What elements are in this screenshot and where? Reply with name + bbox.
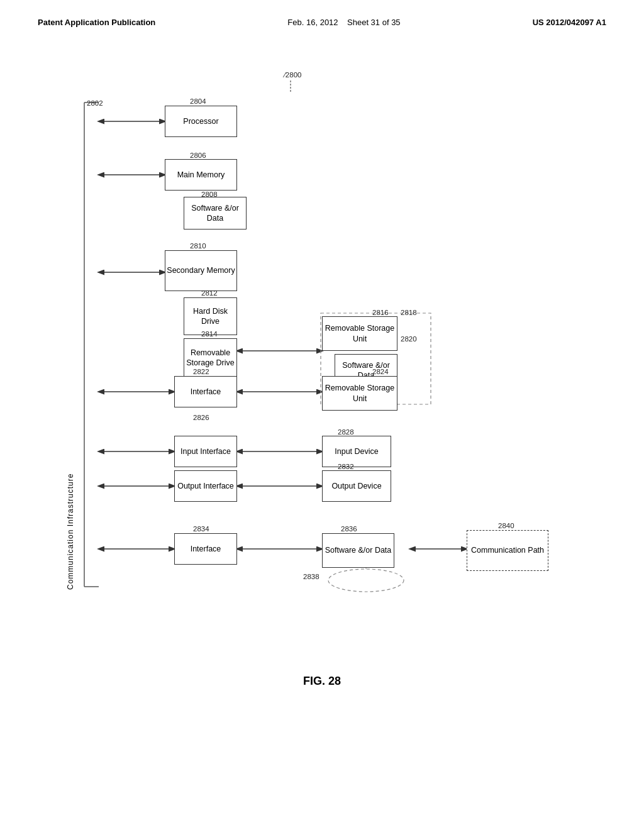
svg-point-18 (328, 569, 404, 592)
secondary-memory-box: Secondary Memory (165, 250, 237, 291)
ref-2816: 2816 (372, 309, 389, 316)
processor-box: Processor (165, 106, 237, 137)
removable-drive-box: Removable Storage Drive (184, 338, 237, 377)
hard-disk-box: Hard Disk Drive (184, 297, 237, 335)
ref-2804: 2804 (190, 97, 206, 105)
input-device-box: Input Device (322, 436, 391, 467)
ref-2818: 2818 (401, 309, 417, 316)
ref-2824: 2824 (372, 368, 389, 375)
ref-2838: 2838 (303, 573, 319, 580)
ref-2820: 2820 (401, 335, 417, 343)
ref-2800: ⁄2800 (284, 71, 301, 79)
comm-infrastructure-label: Communication Infrastructure (58, 99, 83, 590)
ref-2806: 2806 (190, 152, 206, 159)
software-data-3-box: Software &/or Data (322, 533, 394, 568)
comm-path-box: Communication Path (467, 530, 548, 571)
output-device-box: Output Device (322, 470, 391, 502)
header-center: Feb. 16, 2012 Sheet 31 of 35 (287, 18, 400, 27)
removable-unit-1-box: Removable Storage Unit (322, 316, 397, 351)
ref-2826: 2826 (193, 414, 209, 421)
interface-2-box: Interface (174, 533, 237, 565)
diagram-area: ⁄2800 (52, 65, 592, 662)
ref-2832: 2832 (338, 463, 354, 470)
ref-2822: 2822 (193, 368, 209, 375)
header-right: US 2012/042097 A1 (533, 18, 606, 27)
header-left: Patent Application Publication (38, 18, 155, 27)
ref-2828: 2828 (338, 428, 354, 436)
ref-2840: 2840 (498, 522, 514, 529)
output-interface-box: Output Interface (174, 470, 237, 502)
ref-2810: 2810 (190, 242, 206, 250)
ref-2812: 2812 (201, 289, 218, 297)
removable-unit-2-box: Removable Storage Unit (322, 376, 397, 411)
ref-2808: 2808 (201, 191, 218, 198)
software-data-1-box: Software &/or Data (184, 197, 247, 230)
main-memory-box: Main Memory (165, 159, 237, 191)
input-interface-box: Input Interface (174, 436, 237, 467)
page-header: Patent Application Publication Feb. 16, … (0, 0, 644, 27)
ref-2814: 2814 (201, 330, 218, 338)
ref-2836: 2836 (341, 525, 357, 533)
ref-2802: 2802 (87, 99, 103, 107)
interface-1-box: Interface (174, 376, 237, 407)
ref-2834: 2834 (193, 525, 209, 533)
figure-label: FIG. 28 (0, 675, 644, 688)
